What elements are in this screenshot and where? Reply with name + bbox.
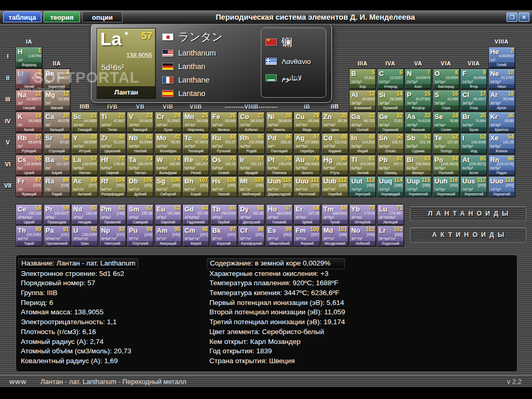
element-cell-Y[interactable]: Y3988,90594d¹5s²Иттрий [71,133,98,154]
element-cell-Sm[interactable]: Sm62150,364f⁶6s²Самарий [127,204,154,225]
element-cell-Ar[interactable]: Ar1839,9483s²3p⁶Аргон [488,90,515,111]
element-cell-Cm[interactable]: Cm96[247]5f⁷6d¹7s²Кюрий [182,225,209,247]
element-cell-No[interactable]: No102[259]5f¹⁴7s²Нобелий [349,225,376,247]
element-cell-Tl[interactable]: Tl81204,38336s²6p¹Таллий [349,155,376,176]
element-cell-Nd[interactable]: Nd60144,244f⁴6s²Неодим [71,204,98,225]
element-cell-Fm[interactable]: Fm100[257]5f¹²7s²Фермий [294,225,321,247]
element-cell-Sc[interactable]: Sc2144,95593d¹4s²Скандий [71,112,98,133]
element-cell-Hg[interactable]: Hg80200,595d¹⁰6s²Ртуть [322,155,349,176]
element-cell-Po[interactable]: Po84[208,9824]6s²6p⁴Полоний [433,155,460,176]
element-cell-Er[interactable]: Er68167,264f¹²6s²Эрбий [294,204,321,225]
element-cell-Rf[interactable]: Rf104[261]6d²7s²Резерфордий [99,176,126,197]
element-cell-Cf[interactable]: Cf98[251]5f¹⁰7s²Калифорний [238,225,265,247]
element-cell-Ga[interactable]: Ga3169,7234s²4p¹Галлий [349,112,376,133]
element-cell-S[interactable]: S1632,0663s²3p⁴Сера [433,90,460,111]
element-cell-Rh[interactable]: Rh45102,90554d⁸5s¹Родий [238,133,265,154]
element-cell-Co[interactable]: Co2758,93323d⁷4s²Кобальт [238,112,265,133]
element-cell-Db[interactable]: Db105[262]6d³7s²Дубний [127,176,154,197]
element-cell-Pt[interactable]: Pt78195,0785d⁹6s¹Платина [266,155,293,176]
element-cell-Pr[interactable]: Pr59140,90774f³6s²Празеодим [44,204,71,225]
element-cell-Ir[interactable]: Ir77192,2175d⁷6s²Иридий [238,155,265,176]
element-cell-Mt[interactable]: Mt109[268]6d⁷7s²Мейтнерий [238,176,265,197]
element-cell-Cu[interactable]: Cu2963,5463d¹⁰4s¹Медь [294,112,321,133]
element-cell-Sr[interactable]: Sr3887,625s²Стронций [44,133,71,154]
element-cell-N[interactable]: N714,006742s²2p³Азот [405,69,432,90]
element-cell-Ho[interactable]: Ho67164,93034f¹¹6s²Гольмий [266,204,293,225]
element-cell-Bi[interactable]: Bi83208,98046s²6p³Висмут [405,155,432,176]
element-cell-Ca[interactable]: Ca2040,0784s²Кальций [44,112,71,133]
element-cell-Hs[interactable]: Hs108[269]6d⁶7s²Хассий [210,176,237,197]
element-cell-Ti[interactable]: Ti2247,8673d²4s²Титан [99,112,126,133]
element-cell-Cl[interactable]: Cl1735,45273s²3p⁵Хлор [460,90,487,111]
element-cell-Gd[interactable]: Gd64157,254f⁷5d¹6s²Гадолиний [182,204,209,225]
element-cell-Se[interactable]: Se3478,964s²4p⁴Селен [433,112,460,133]
element-cell-Ni[interactable]: Ni2858,69343d⁸4s²Никель [266,112,293,133]
element-cell-Tm[interactable]: Tm69168,93424f¹³6s²Тулий [322,204,349,225]
element-cell-Ta[interactable]: Ta73180,94795d³6s²Тантал [127,155,154,176]
element-cell-V[interactable]: V2350,94153d³4s²Ванадий [127,112,154,133]
element-cell-Cs[interactable]: Cs55132,905456s¹Цезий [16,155,43,176]
element-cell-Ru[interactable]: Ru44101,074d⁷5s¹Рутений [210,133,237,154]
element-cell-Ag[interactable]: Ag47107,86824d¹⁰5s¹Серебро [294,133,321,154]
element-cell-Tc[interactable]: Tc4397,90724d⁵5s²Технеций [182,133,209,154]
element-cell-Re[interactable]: Re75186,2075d⁵6s²Рений [182,155,209,176]
element-cell-Uup[interactable]: Uup115[288]7s²7p³Унунпентий [405,176,432,197]
element-cell-Hf[interactable]: Hf72178,495d²6s²Гафний [99,155,126,176]
element-cell-Uuu[interactable]: Uuu111[272]6d¹⁰7s¹Рентгений [294,176,321,197]
element-cell-Be[interactable]: Be49,01222s²Бериллий [44,69,71,90]
element-cell-Uus[interactable]: Uus117[293]7s²7p⁵Унунсептий [460,176,487,197]
element-cell-Zr[interactable]: Zr4091,2244d²5s²Цирконий [99,133,126,154]
element-cell-Si[interactable]: Si1428,08553s²3p²Кремний [377,90,404,111]
element-cell-As[interactable]: As3374,92164s²4p³Мышьяк [405,112,432,133]
element-cell-Ce[interactable]: Ce58140,1164f¹5d¹6s²Церий [16,204,43,225]
element-cell-He[interactable]: He24,0026021s²Гелий [488,47,515,68]
element-cell-Uub[interactable]: Uub112[285]6d¹⁰7s²Унунбий [322,176,349,197]
element-cell-Pa[interactable]: Pa91[231]5f²6d¹7s²Протактиний [44,225,71,247]
element-cell-O[interactable]: O815,99942s²2p⁴Кислород [433,69,460,90]
close-icon[interactable]: ✕ [518,12,529,22]
element-cell-Ac[interactable]: Ac89[227]6d¹7s²Актиний [71,176,98,197]
element-cell-Mo[interactable]: Mo4295,944d⁵5s¹Молибден [155,133,182,154]
element-cell-K[interactable]: K1939,09834s¹Калий [16,112,43,133]
element-cell-Cd[interactable]: Cd48112,4114d¹⁰5s²Кадмий [322,133,349,154]
element-cell-Br[interactable]: Br3579,9044s²4p⁵Бром [460,112,487,133]
element-cell-Uut[interactable]: Uut113[284]7s²7p¹Унунтрий [349,176,376,197]
element-cell-Ge[interactable]: Ge3272,614s²4p²Германий [377,112,404,133]
element-cell-Uuq[interactable]: Uuq114[289]7s²7p²Унунквадий [377,176,404,197]
element-cell-Am[interactable]: Am95[243]5f⁷7s²Америций [155,225,182,247]
element-cell-Yb[interactable]: Yb70173,044f¹⁴6s²Иттербий [349,204,376,225]
element-cell-Al[interactable]: Al1326,98153s²3p¹Алюминий [349,90,376,111]
element-cell-Zn[interactable]: Zn3065,393d¹⁰4s²Цинк [322,112,349,133]
tab-theory[interactable]: теория [44,11,80,22]
element-cell-Lu[interactable]: Lu71174,9674f¹⁴5d¹6s²Лютеций [377,204,404,225]
tab-table[interactable]: таблица [3,11,42,22]
element-cell-B[interactable]: B510,8112s²2p¹Бор [349,69,376,90]
element-cell-Rb[interactable]: Rb3785,46785s¹Рубидий [16,133,43,154]
element-cell-Uun[interactable]: Uun110[271]6d⁹7s¹Дармштадтий [266,176,293,197]
tab-options[interactable]: опции [82,11,123,22]
element-cell-Te[interactable]: Te52127,605s²5p⁴Теллур [433,133,460,154]
element-cell-Es[interactable]: Es99[252]5f¹¹7s²Эйнштейний [266,225,293,247]
element-cell-Rn[interactable]: Rn86[222,0176]6s²6p⁶Радон [488,155,515,176]
element-cell-Fe[interactable]: Fe2655,8453d⁶4s²Железо [210,112,237,133]
element-cell-W[interactable]: W74183,845d⁴6s²Вольфрам [155,155,182,176]
element-cell-Pu[interactable]: Pu94[244]5f⁶7s²Плутоний [127,225,154,247]
element-cell-Bh[interactable]: Bh107[264]6d⁵7s²Борий [182,176,209,197]
element-cell-La[interactable]: La57138,90555d¹6s²Лантан [71,155,98,176]
element-cell-C[interactable]: C612,01072s²2p²Углерод [377,69,404,90]
element-cell-Ra[interactable]: Ra88[226]7s²Радий [44,176,71,197]
element-cell-Th[interactable]: Th90232,03816d²7s²Торий [16,225,43,247]
element-cell-P[interactable]: P1530,973613s²3p³Фосфор [405,90,432,111]
element-cell-Fr[interactable]: Fr87[223]7s¹Франций [16,176,43,197]
restore-icon[interactable]: ❐ [507,12,517,22]
element-cell-Eu[interactable]: Eu63151,9644f⁷6s²Европий [155,204,182,225]
element-cell-Xe[interactable]: Xe54131,295s²5p⁶Ксенон [488,133,515,154]
element-cell-Mn[interactable]: Mn2554,9383d⁵4s²Марганец [182,112,209,133]
element-cell-Au[interactable]: Au79196,96655d¹⁰6s¹Золото [294,155,321,176]
element-cell-I[interactable]: I53126,90455s²5p⁵Иод [460,133,487,154]
element-cell-Pd[interactable]: Pd46106,424d¹⁰Палладий [266,133,293,154]
element-cell-H[interactable]: H11,007941s¹Водород [16,47,43,68]
element-cell-Kr[interactable]: Kr3683,804s²4p⁶Криптон [488,112,515,133]
element-cell-F[interactable]: F918,99842s²2p⁵Фтор [460,69,487,90]
element-cell-Md[interactable]: Md101[258]5f¹³7s²Менделевий [322,225,349,247]
